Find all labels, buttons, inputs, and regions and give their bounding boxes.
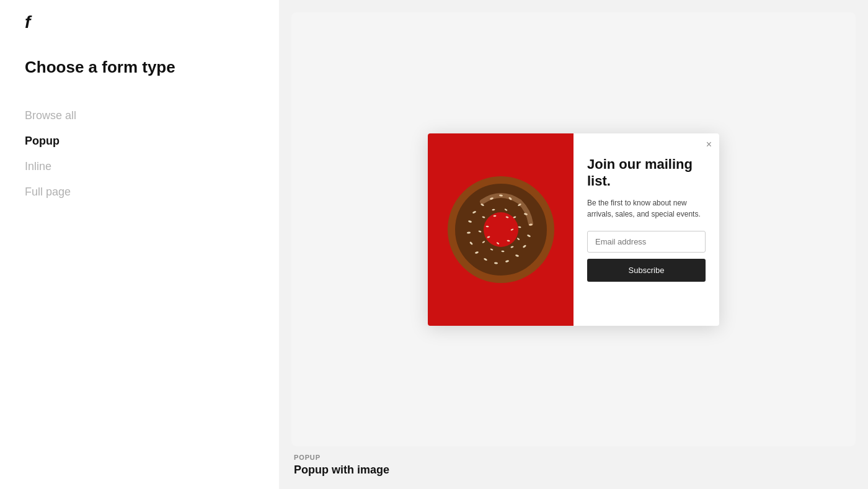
donut-image bbox=[439, 168, 563, 292]
logo: f bbox=[25, 12, 254, 32]
card-label: POPUP Popup with image bbox=[291, 454, 856, 477]
sidebar-item-inline[interactable]: Inline bbox=[25, 154, 254, 179]
sidebar-item-browse-all[interactable]: Browse all bbox=[25, 103, 254, 128]
popup-description: Be the first to know about new arrivals,… bbox=[587, 197, 706, 220]
email-input[interactable] bbox=[587, 231, 706, 253]
main-content: × Join our mailing list. Be the first to… bbox=[279, 0, 868, 489]
popup-close-button[interactable]: × bbox=[706, 140, 712, 150]
card-type-label: POPUP bbox=[294, 454, 853, 461]
popup-preview: × Join our mailing list. Be the first to… bbox=[428, 133, 719, 326]
subscribe-button[interactable]: Subscribe bbox=[587, 259, 706, 282]
popup-image-section bbox=[428, 133, 574, 326]
popup-title: Join our mailing list. bbox=[587, 156, 706, 190]
sidebar-item-popup[interactable]: Popup bbox=[25, 128, 254, 154]
sidebar-item-full-page[interactable]: Full page bbox=[25, 179, 254, 205]
card-name-label: Popup with image bbox=[294, 464, 853, 477]
popup-content-section: × Join our mailing list. Be the first to… bbox=[574, 133, 719, 326]
sidebar: f Choose a form type Browse all Popup In… bbox=[0, 0, 279, 489]
nav-list: Browse all Popup Inline Full page bbox=[25, 103, 254, 205]
preview-card: × Join our mailing list. Be the first to… bbox=[291, 12, 856, 446]
page-title: Choose a form type bbox=[25, 57, 254, 78]
